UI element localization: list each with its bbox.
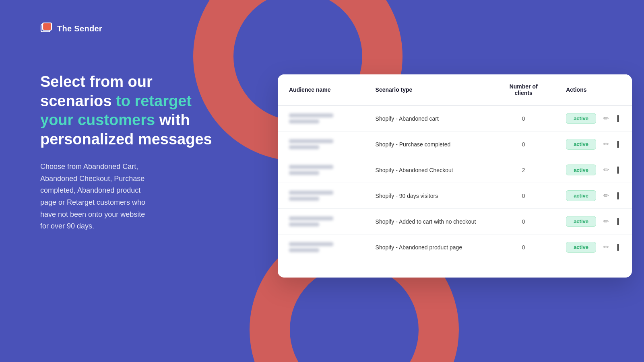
edit-icon[interactable]: ✏ <box>603 140 609 148</box>
num-clients-cell: 0 <box>492 132 555 157</box>
actions-cell: active ✏ ∥ <box>555 183 632 209</box>
blurred-text-line <box>289 145 319 149</box>
audience-name-blurred <box>289 242 353 252</box>
table-row: Shopify - Abandoned product page0 active… <box>278 234 632 260</box>
actions-cell: active ✏ ∥ <box>555 234 632 260</box>
blurred-text-line <box>289 119 319 123</box>
table-row: Shopify - Added to cart with no checkout… <box>278 209 632 234</box>
audience-name-blurred <box>289 113 353 123</box>
actions-cell: active ✏ ∥ <box>555 157 632 183</box>
col-header-actions: Actions <box>555 74 632 105</box>
status-badge[interactable]: active <box>566 139 596 150</box>
audience-name-cell <box>278 132 364 157</box>
scenario-type-cell: Shopify - 90 days visitors <box>364 183 493 209</box>
table-row: Shopify - Abandoned cart0 active ✏ ∥ <box>278 105 632 132</box>
scenario-type-cell: Shopify - Abandoned Checkout <box>364 157 493 183</box>
blurred-text-line <box>289 248 319 252</box>
status-badge[interactable]: active <box>566 165 596 175</box>
table-row: Shopify - Purchase completed0 active ✏ ∥ <box>278 132 632 157</box>
hero-description: Choose from Abandoned Cart, Abandoned Ch… <box>40 161 250 232</box>
blurred-text-line <box>289 113 333 117</box>
logo: The Sender <box>40 22 102 35</box>
status-badge[interactable]: active <box>566 113 596 124</box>
edit-icon[interactable]: ✏ <box>603 217 609 226</box>
blurred-text-line <box>289 165 333 169</box>
blurred-text-line <box>289 139 333 143</box>
scenarios-table: Audience name Scenario type Number of cl… <box>278 74 632 260</box>
actions-cell: active ✏ ∥ <box>555 105 632 132</box>
audience-name-cell <box>278 183 364 209</box>
num-clients-cell: 0 <box>492 209 555 234</box>
table-row: Shopify - 90 days visitors0 active ✏ ∥ <box>278 183 632 209</box>
audience-name-cell <box>278 209 364 234</box>
status-badge[interactable]: active <box>566 190 596 201</box>
blurred-text-line <box>289 171 319 175</box>
status-badge[interactable]: active <box>566 216 596 227</box>
table-header-row: Audience name Scenario type Number of cl… <box>278 74 632 105</box>
pause-icon[interactable]: ∥ <box>616 166 621 174</box>
pause-icon[interactable]: ∥ <box>616 140 621 148</box>
audience-name-cell <box>278 157 364 183</box>
edit-icon[interactable]: ✏ <box>603 243 609 251</box>
num-clients-cell: 0 <box>492 183 555 209</box>
headline-highlight: to retargetyour customers <box>40 93 192 129</box>
logo-text: The Sender <box>57 24 102 33</box>
audience-name-blurred <box>289 216 353 226</box>
edit-icon[interactable]: ✏ <box>603 114 609 123</box>
blurred-text-line <box>289 197 319 201</box>
hero-headline: Select from our scenarios to retargetyou… <box>40 72 250 149</box>
scenario-type-cell: Shopify - Added to cart with no checkout <box>364 209 493 234</box>
pause-icon[interactable]: ∥ <box>616 243 621 251</box>
scenario-type-cell: Shopify - Abandoned cart <box>364 105 493 132</box>
audience-name-blurred <box>289 139 353 149</box>
num-clients-cell: 2 <box>492 157 555 183</box>
num-clients-cell: 0 <box>492 105 555 132</box>
audience-name-blurred <box>289 165 353 175</box>
pause-icon[interactable]: ∥ <box>616 217 621 226</box>
col-header-audience: Audience name <box>278 74 364 105</box>
svg-rect-1 <box>43 23 52 30</box>
blurred-text-line <box>289 216 333 220</box>
edit-icon[interactable]: ✏ <box>603 166 609 174</box>
audience-name-blurred <box>289 191 353 201</box>
actions-cell: active ✏ ∥ <box>555 209 632 234</box>
table-row: Shopify - Abandoned Checkout2 active ✏ ∥ <box>278 157 632 183</box>
scenario-type-cell: Shopify - Purchase completed <box>364 132 493 157</box>
scenario-type-cell: Shopify - Abandoned product page <box>364 234 493 260</box>
actions-cell: active ✏ ∥ <box>555 132 632 157</box>
left-content-area: Select from our scenarios to retargetyou… <box>40 72 250 232</box>
col-header-clients: Number of clients <box>492 74 555 105</box>
logo-icon <box>40 22 53 35</box>
audience-name-cell <box>278 234 364 260</box>
pause-icon[interactable]: ∥ <box>616 114 621 123</box>
blurred-text-line <box>289 242 333 246</box>
scenarios-table-panel: Audience name Scenario type Number of cl… <box>278 74 632 278</box>
edit-icon[interactable]: ✏ <box>603 191 609 200</box>
num-clients-cell: 0 <box>492 234 555 260</box>
status-badge[interactable]: active <box>566 242 596 253</box>
col-header-scenario: Scenario type <box>364 74 493 105</box>
audience-name-cell <box>278 105 364 132</box>
blurred-text-line <box>289 191 333 195</box>
blurred-text-line <box>289 222 319 226</box>
pause-icon[interactable]: ∥ <box>616 191 621 200</box>
